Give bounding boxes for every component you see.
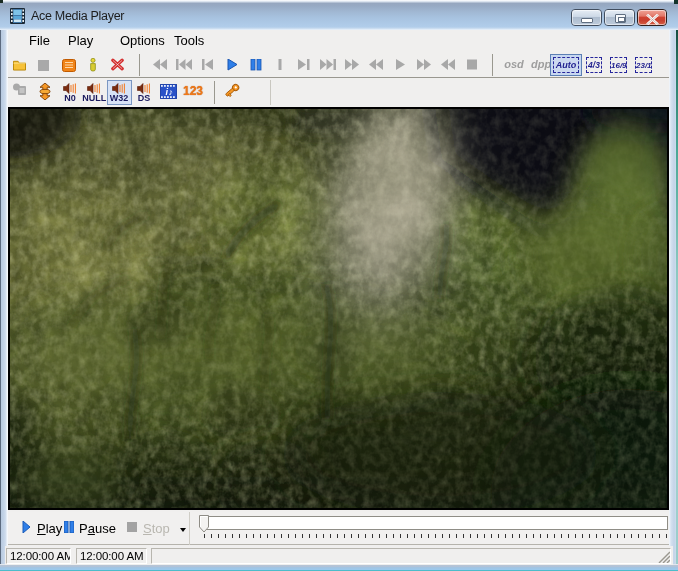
svg-text:♪: ♪: [169, 87, 174, 97]
